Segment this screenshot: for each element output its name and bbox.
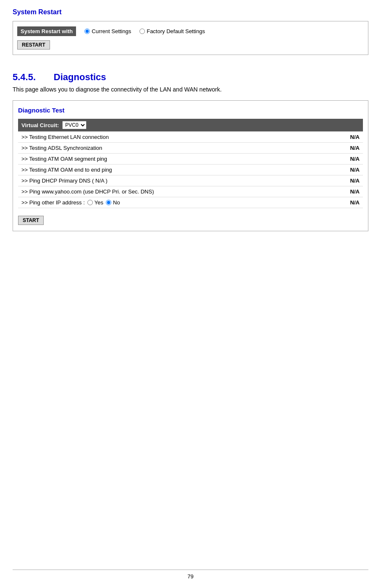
test-status-4: N/A xyxy=(350,178,360,184)
test-label-3: >> Testing ATM OAM end to end ping xyxy=(21,167,112,173)
ping-no-label: No xyxy=(113,199,120,206)
ping-other-status: N/A xyxy=(350,199,360,206)
ping-yes-label: Yes xyxy=(95,199,103,206)
test-label-4: >> Ping DHCP Primary DNS ( N/A ) xyxy=(21,178,108,184)
test-row-2: >> Testing ATM OAM segment ping N/A xyxy=(18,154,363,165)
restart-options: Current Settings Factory Default Setting… xyxy=(84,28,205,34)
factory-default-radio[interactable] xyxy=(139,29,145,34)
restart-button[interactable]: RESTART xyxy=(17,40,50,50)
start-button-container: START xyxy=(18,212,363,225)
test-row-4: >> Ping DHCP Primary DNS ( N/A ) N/A xyxy=(18,175,363,186)
test-status-1: N/A xyxy=(350,145,360,151)
current-settings-label: Current Settings xyxy=(92,28,131,34)
section-name: Diagnostics xyxy=(54,72,106,82)
test-row-5: >> Ping www.yahoo.com (use DHCP Pri. or … xyxy=(18,186,363,197)
virtual-circuit-select[interactable]: PVC0 PVC1 PVC2 PVC3 xyxy=(62,121,87,129)
test-row-0: >> Testing Ethernet LAN connection N/A xyxy=(18,131,363,143)
diagnostic-title: Diagnostic Test xyxy=(18,107,363,114)
page-number: 79 xyxy=(187,573,193,580)
test-label-1: >> Testing ADSL Synchronization xyxy=(21,145,102,151)
test-label-2: >> Testing ATM OAM segment ping xyxy=(21,156,107,162)
test-status-5: N/A xyxy=(350,188,360,195)
ping-other-label: >> Ping other IP address : xyxy=(21,199,85,206)
factory-default-label: Factory Default Settings xyxy=(147,28,205,34)
ping-other-row: >> Ping other IP address : Yes No N/A xyxy=(18,197,363,208)
diagnostics-section-title: 5.4.5. Diagnostics xyxy=(13,72,368,83)
restart-row: System Restart with Current Settings Fac… xyxy=(17,26,364,36)
virtual-circuit-row: Virtual Circuit: PVC0 PVC1 PVC2 PVC3 xyxy=(18,119,363,131)
test-row-1: >> Testing ADSL Synchronization N/A xyxy=(18,143,363,154)
test-status-0: N/A xyxy=(350,134,360,140)
ping-no-option[interactable]: No xyxy=(106,199,120,206)
current-settings-option[interactable]: Current Settings xyxy=(84,28,131,34)
current-settings-radio[interactable] xyxy=(84,29,90,34)
system-restart-section: System Restart System Restart with Curre… xyxy=(13,8,368,55)
restart-label: System Restart with xyxy=(17,26,76,36)
diagnostics-section-header: 5.4.5. Diagnostics This page allows you … xyxy=(13,72,368,93)
virtual-circuit-label: Virtual Circuit: xyxy=(21,122,59,128)
section-number: 5.4.5. xyxy=(13,72,36,82)
test-row-3: >> Testing ATM OAM end to end ping N/A xyxy=(18,165,363,175)
test-rows: >> Testing Ethernet LAN connection N/A >… xyxy=(18,131,363,208)
ping-no-radio[interactable] xyxy=(106,200,111,205)
ping-other-content: >> Ping other IP address : Yes No xyxy=(21,199,120,206)
system-restart-box: System Restart with Current Settings Fac… xyxy=(13,21,368,55)
factory-default-option[interactable]: Factory Default Settings xyxy=(139,28,205,34)
test-status-3: N/A xyxy=(350,167,360,173)
test-status-2: N/A xyxy=(350,156,360,162)
page-footer: 79 xyxy=(13,570,368,580)
ping-yes-option[interactable]: Yes xyxy=(87,199,103,206)
start-button[interactable]: START xyxy=(18,216,44,225)
test-label-5: >> Ping www.yahoo.com (use DHCP Pri. or … xyxy=(21,188,154,195)
test-label-0: >> Testing Ethernet LAN connection xyxy=(21,134,109,140)
diagnostics-description: This page allows you to diagnose the con… xyxy=(13,86,368,93)
system-restart-title: System Restart xyxy=(13,8,368,16)
ping-yes-radio[interactable] xyxy=(87,200,93,205)
diagnostic-test-box: Diagnostic Test Virtual Circuit: PVC0 PV… xyxy=(13,100,368,231)
